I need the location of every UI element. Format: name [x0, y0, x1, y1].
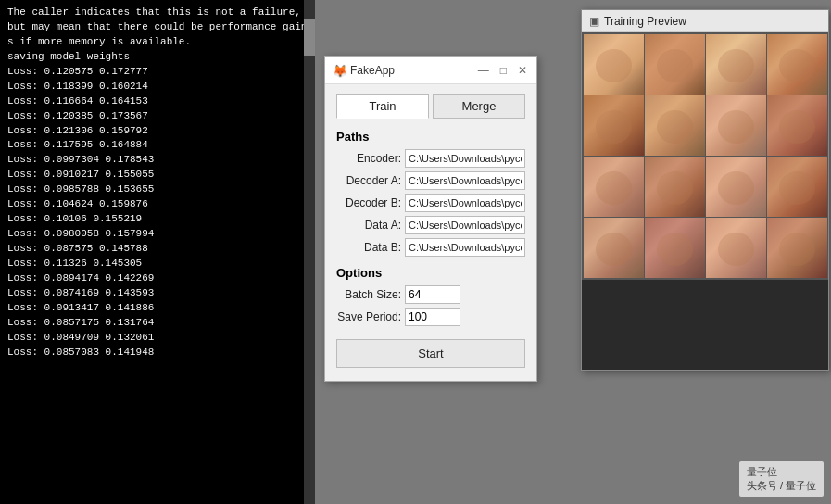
preview-title: Training Preview — [604, 15, 686, 28]
preview-window: ▣ Training Preview — [581, 9, 829, 371]
encoder-row: Encoder: — [336, 149, 525, 168]
options-section: Options Batch Size: Save Period: — [336, 266, 525, 326]
face-thumbnail — [706, 34, 766, 94]
decoder-b-label: Decoder B: — [336, 196, 401, 209]
face-thumbnail — [584, 218, 644, 278]
face-thumbnail — [767, 218, 827, 278]
face-thumbnail — [584, 157, 644, 217]
decoder-b-input[interactable] — [405, 194, 525, 212]
batch-size-input[interactable] — [405, 285, 460, 304]
dialog-title-text: FakeApp — [350, 64, 395, 77]
face-thumbnail — [645, 157, 705, 217]
face-thumbnail — [706, 218, 766, 278]
decoder-b-row: Decoder B: — [336, 194, 525, 212]
decoder-a-input[interactable] — [405, 171, 525, 190]
face-thumbnail — [584, 34, 644, 94]
save-period-row: Save Period: — [336, 308, 525, 326]
face-thumbnail — [645, 95, 705, 156]
tab-merge[interactable]: Merge — [433, 94, 525, 119]
encoder-label: Encoder: — [336, 152, 401, 165]
data-b-label: Data B: — [336, 241, 401, 254]
decoder-a-row: Decoder A: — [336, 171, 525, 190]
terminal-window: The caller indicates that this is not a … — [0, 0, 315, 504]
face-thumbnail — [767, 157, 827, 217]
fakeapp-icon: 🦊 — [333, 64, 346, 77]
preview-titlebar: ▣ Training Preview — [582, 10, 828, 32]
options-section-title: Options — [336, 266, 525, 280]
face-thumbnail — [584, 95, 644, 156]
close-button[interactable]: ✕ — [516, 64, 529, 77]
fakeapp-dialog: 🦊 FakeApp — □ ✕ Train Merge Paths Encode… — [324, 56, 537, 382]
preview-icon: ▣ — [589, 15, 599, 28]
face-thumbnail — [767, 95, 827, 156]
data-a-row: Data A: — [336, 216, 525, 234]
data-a-label: Data A: — [336, 219, 401, 232]
terminal-scrollbar[interactable] — [304, 0, 315, 504]
dialog-title-left: 🦊 FakeApp — [333, 64, 395, 77]
watermark-line2: 头条号 / 量子位 — [747, 479, 816, 493]
encoder-input[interactable] — [405, 149, 525, 168]
watermark: 量子位 头条号 / 量子位 — [739, 461, 824, 497]
save-period-input[interactable] — [405, 308, 460, 326]
face-thumbnail — [645, 218, 705, 278]
face-thumbnail — [645, 34, 705, 94]
dialog-controls: — □ ✕ — [476, 64, 529, 77]
decoder-a-label: Decoder A: — [336, 174, 401, 187]
paths-section-title: Paths — [336, 130, 525, 144]
tab-train[interactable]: Train — [336, 94, 429, 119]
dialog-body: Train Merge Paths Encoder: Decoder A: De… — [325, 84, 536, 381]
save-period-label: Save Period: — [336, 310, 401, 323]
start-btn-row: Start — [336, 339, 525, 368]
watermark-line1: 量子位 — [747, 465, 816, 479]
data-b-input[interactable] — [405, 238, 525, 257]
data-a-input[interactable] — [405, 216, 525, 234]
tab-row: Train Merge — [336, 94, 525, 119]
face-thumbnail — [706, 95, 766, 156]
face-thumbnail — [706, 157, 766, 217]
data-b-row: Data B: — [336, 238, 525, 257]
terminal-scrollbar-thumb[interactable] — [304, 19, 315, 56]
dialog-titlebar: 🦊 FakeApp — □ ✕ — [325, 57, 536, 84]
batch-size-row: Batch Size: — [336, 285, 525, 304]
face-thumbnail — [767, 34, 827, 94]
minimize-button[interactable]: — — [476, 64, 491, 77]
maximize-button[interactable]: □ — [498, 64, 509, 77]
start-button[interactable]: Start — [336, 339, 525, 368]
preview-grid — [582, 32, 828, 280]
batch-size-label: Batch Size: — [336, 288, 401, 301]
terminal-output: The caller indicates that this is not a … — [7, 6, 308, 360]
